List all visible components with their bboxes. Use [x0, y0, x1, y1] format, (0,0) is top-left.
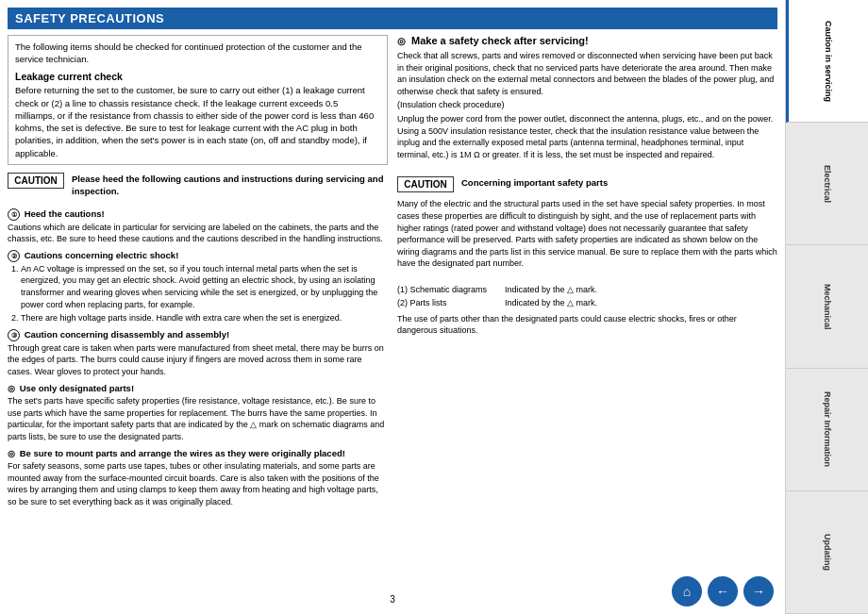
back-icon: ← [716, 584, 729, 599]
page-title: SAFETY PRECAUTIONS [15, 11, 164, 25]
nav-buttons: ⌂ ← → [672, 576, 774, 606]
electric-title: ② Cautions concerning electric shock! [8, 249, 388, 262]
heed-title: ① Heed the cautions! [8, 207, 388, 221]
sidebar-tab-electrical-label: Electrical [823, 165, 832, 203]
item2-label: (2) Parts lists [397, 297, 501, 309]
sidebar-tab-repair[interactable]: Repair Information [786, 369, 868, 491]
designated-text: The set's parts have specific safety pro… [8, 395, 388, 442]
back-button[interactable]: ← [708, 576, 738, 606]
sidebar-tab-electrical[interactable]: Electrical [786, 123, 868, 245]
disassembly-title: ③ Caution concerning disassembly and ass… [8, 328, 388, 341]
home-button[interactable]: ⌂ [672, 576, 702, 606]
right-text2: The use of parts other than the designat… [397, 313, 777, 337]
designated-title: ◎ Use only designated parts! [8, 382, 388, 395]
right-caution-block: CAUTION Concerning important safety part… [397, 176, 777, 192]
home-icon: ⌂ [683, 584, 691, 599]
sidebar-tab-repair-label: Repair Information [823, 391, 832, 467]
right-text1: Many of the electric and the structural … [397, 198, 777, 270]
sidebar: Caution in servicing Electrical Mechanic… [785, 0, 868, 614]
page-header: SAFETY PRECAUTIONS [8, 8, 777, 29]
right-caution-desc: Concerning important safety parts [461, 176, 608, 189]
leakage-text: Before returning the set to the customer… [15, 85, 374, 158]
right-sections: Many of the electric and the structural … [397, 198, 777, 339]
safety-text1: Check that all screws, parts and wires r… [397, 50, 777, 97]
left-content: ① Heed the cautions! Cautions which are … [8, 204, 388, 510]
left-caution-badge: CAUTION [8, 173, 64, 189]
item2-value: Indicated by the △ mark. [505, 297, 597, 309]
electric-list: An AC voltage is impressed on the set, s… [8, 263, 388, 324]
heed-text: Cautions which are delicate in particula… [8, 222, 388, 245]
sidebar-tab-mechanical[interactable]: Mechanical [786, 245, 868, 368]
right-make-safety-content: Check that all screws, parts and wires r… [397, 50, 777, 160]
make-safety-title: ◎ Make a safety check after servicing! [397, 35, 777, 46]
intro-text: The following items should be checked fo… [15, 41, 362, 64]
sidebar-tab-updating[interactable]: Updating [786, 491, 868, 614]
mount-text: For safety seasons, some parts use tapes… [8, 460, 388, 507]
left-caution-desc: Please heed the following cautions and i… [72, 173, 388, 198]
intro-box: The following items should be checked fo… [8, 35, 388, 165]
mount-title: ◎ Be sure to mount parts and arrange the… [8, 447, 388, 460]
safety-text2: (Insulation check procedure) [397, 99, 777, 111]
sidebar-tab-updating-label: Updating [823, 534, 832, 571]
item1-label: (1) Schematic diagrams [397, 284, 501, 296]
item1-value: Indicated by the △ mark. [505, 284, 597, 296]
electric-item-2: There are high voltage parts inside. Han… [21, 312, 388, 324]
right-caution-badge: CAUTION [397, 176, 454, 192]
forward-button[interactable]: → [743, 576, 774, 606]
disassembly-text: Through great care is taken when parts w… [8, 342, 388, 378]
forward-icon: → [752, 584, 765, 599]
safety-text3: Unplug the power cord from the power out… [397, 113, 777, 160]
right-top: ◎ Make a safety check after servicing! C… [397, 35, 777, 165]
page-number: 3 [8, 590, 777, 606]
sidebar-tab-caution-label: Caution in servicing [824, 21, 833, 102]
electric-item-1: An AC voltage is impressed on the set, s… [21, 263, 388, 310]
leakage-title: Leakage current check [15, 70, 380, 84]
sidebar-tab-mechanical-label: Mechanical [823, 284, 832, 330]
left-caution-block: CAUTION Please heed the following cautio… [8, 173, 388, 198]
sidebar-tab-caution[interactable]: Caution in servicing [786, 0, 868, 123]
